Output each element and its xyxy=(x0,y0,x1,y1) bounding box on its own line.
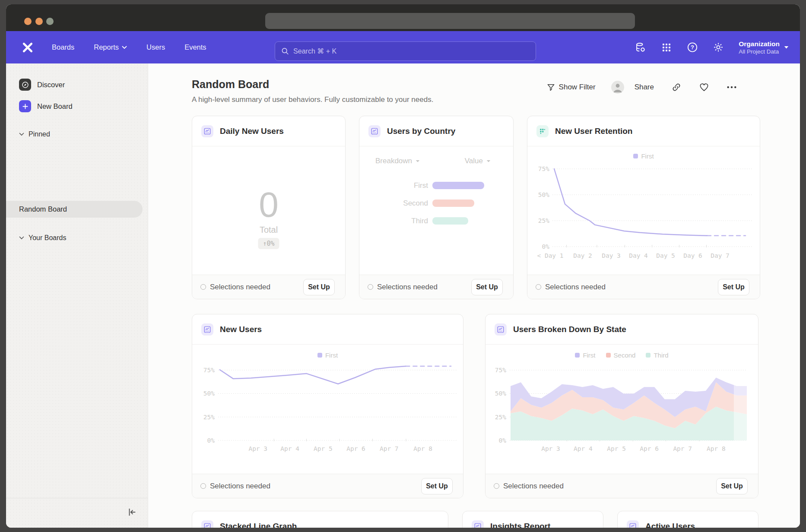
nav-item-users[interactable]: Users xyxy=(146,43,165,51)
breakdown-row-label: First xyxy=(359,181,428,190)
svg-text:< Day 1: < Day 1 xyxy=(537,252,563,259)
card-title: Insights Report xyxy=(490,522,550,528)
line-chart-icon xyxy=(472,520,484,528)
card-title: Daily New Users xyxy=(220,127,284,136)
breakdown-bar[interactable] xyxy=(432,200,474,207)
address-bar[interactable] xyxy=(265,13,635,29)
sidebar-item-new-board[interactable]: New Board xyxy=(19,100,73,112)
collapse-sidebar-icon[interactable] xyxy=(126,507,137,518)
chevron-down-icon xyxy=(416,160,420,163)
nav-item-reports[interactable]: Reports xyxy=(94,43,127,51)
svg-text:25%: 25% xyxy=(203,414,215,421)
org-switcher[interactable]: Organization All Project Data xyxy=(739,40,789,54)
board-main: Random Board A high-level summary of use… xyxy=(148,63,800,528)
retention-line-chart[interactable]: 75%50%25%0%< Day 1Day 2Day 3Day 4Day 5Da… xyxy=(527,146,760,276)
svg-text:Apr 6: Apr 6 xyxy=(640,445,659,452)
set-up-button[interactable]: Set Up xyxy=(471,279,503,295)
svg-text:0%: 0% xyxy=(207,437,215,444)
metric-label: Total xyxy=(192,225,345,235)
card-header: New User Retention xyxy=(527,116,760,146)
chevron-down-icon xyxy=(122,46,127,49)
nav-item-boards[interactable]: Boards xyxy=(52,43,74,51)
breakdown-dropdown[interactable]: Breakdown xyxy=(375,157,420,165)
breakdown-bar[interactable] xyxy=(432,182,484,189)
window-zoom-button[interactable] xyxy=(46,18,54,25)
value-dropdown[interactable]: Value xyxy=(465,157,491,165)
svg-text:Apr 7: Apr 7 xyxy=(673,445,692,452)
breakdown-row-label: Second xyxy=(359,199,428,208)
share-label: Share xyxy=(635,83,654,92)
sidebar-item-discover[interactable]: Discover xyxy=(19,79,65,91)
favorite-heart-icon[interactable] xyxy=(699,82,709,92)
chevron-down-icon xyxy=(19,236,24,240)
share-button[interactable]: Share xyxy=(635,83,654,92)
card-header: Stacked Line Graph xyxy=(192,511,448,528)
svg-text:Apr 6: Apr 6 xyxy=(346,445,365,452)
data-management-icon[interactable] xyxy=(635,42,646,53)
status-text: Selections needed xyxy=(545,283,606,291)
breakdown-row: Second xyxy=(359,194,513,212)
apps-grid-icon[interactable] xyxy=(661,42,672,53)
chevron-down-icon xyxy=(486,160,491,163)
nav-item-label: Boards xyxy=(52,43,74,51)
nav-item-label: Users xyxy=(146,43,165,51)
desktop-background: Boards Reports Users Events xyxy=(0,0,806,532)
set-up-button[interactable]: Set Up xyxy=(716,478,748,494)
new-users-line-chart[interactable]: 75%50%25%0%Apr 3Apr 4Apr 5Apr 6Apr 7Apr … xyxy=(192,345,463,474)
sidebar-item-label: Random Board xyxy=(19,205,67,213)
breakdown-bar[interactable] xyxy=(432,217,468,225)
status-text: Selections needed xyxy=(210,283,270,291)
breakdown-controls: Breakdown Value xyxy=(359,157,513,165)
mixpanel-logo-icon[interactable] xyxy=(22,41,35,54)
nav-item-label: Events xyxy=(184,43,206,51)
sidebar-section-pinned[interactable]: Pinned xyxy=(19,130,50,138)
svg-text:50%: 50% xyxy=(538,191,549,198)
svg-text:Day 2: Day 2 xyxy=(573,252,592,259)
svg-text:Day 3: Day 3 xyxy=(602,252,621,259)
metric-value: 0 xyxy=(192,184,345,225)
nav-item-events[interactable]: Events xyxy=(184,43,206,51)
svg-text:50%: 50% xyxy=(495,390,506,397)
nav-item-label: Reports xyxy=(94,43,119,51)
global-search[interactable] xyxy=(275,41,536,61)
copy-link-icon[interactable] xyxy=(671,82,682,92)
card-title: Users Broken Down By State xyxy=(513,325,626,334)
svg-text:Apr 5: Apr 5 xyxy=(314,445,333,452)
svg-text:25%: 25% xyxy=(538,217,549,224)
set-up-button[interactable]: Set Up xyxy=(421,478,453,494)
search-input[interactable] xyxy=(293,48,530,55)
set-up-button[interactable]: Set Up xyxy=(303,279,335,295)
svg-text:Day 5: Day 5 xyxy=(656,252,675,259)
plus-icon xyxy=(19,100,31,112)
card-header: Daily New Users xyxy=(192,116,345,146)
window-minimize-button[interactable] xyxy=(35,18,43,25)
card-title: New Users xyxy=(220,325,262,334)
svg-text:Apr 3: Apr 3 xyxy=(541,445,560,452)
card-header: Insights Report xyxy=(463,511,603,528)
avatar[interactable] xyxy=(611,81,624,94)
sidebar-section-your-boards[interactable]: Your Boards xyxy=(19,234,66,242)
settings-gear-icon[interactable] xyxy=(713,42,724,53)
board-actions: Show Filter Share xyxy=(547,81,737,94)
more-options-icon[interactable] xyxy=(727,82,737,92)
breakdown-row: Third xyxy=(359,212,513,230)
sidebar-item-random-board[interactable]: Random Board xyxy=(6,201,143,218)
svg-text:Apr 4: Apr 4 xyxy=(574,445,593,452)
line-chart-icon xyxy=(201,125,213,137)
status-circle-icon xyxy=(368,284,373,290)
breakdown-row: First xyxy=(359,177,513,194)
status-text: Selections needed xyxy=(503,482,564,491)
value-label: Value xyxy=(465,157,483,165)
set-up-button[interactable]: Set Up xyxy=(718,279,749,295)
help-icon[interactable]: ? xyxy=(687,42,698,53)
card-stacked-line-graph: Stacked Line Graph xyxy=(192,511,448,528)
line-chart-icon xyxy=(495,323,507,336)
app-window: Boards Reports Users Events xyxy=(6,4,800,528)
sidebar-item-label: New Board xyxy=(37,102,73,111)
show-filter-button[interactable]: Show Filter xyxy=(547,83,596,92)
window-close-button[interactable] xyxy=(24,18,32,25)
state-stacked-area-chart[interactable]: 75%50%25%0%Apr 3Apr 4Apr 5Apr 6Apr 7Apr … xyxy=(486,345,758,474)
nav-right-actions: ? Organization All Project Data xyxy=(635,31,789,63)
card-header: New Users xyxy=(192,314,463,345)
sidebar-footer-divider xyxy=(6,498,148,498)
